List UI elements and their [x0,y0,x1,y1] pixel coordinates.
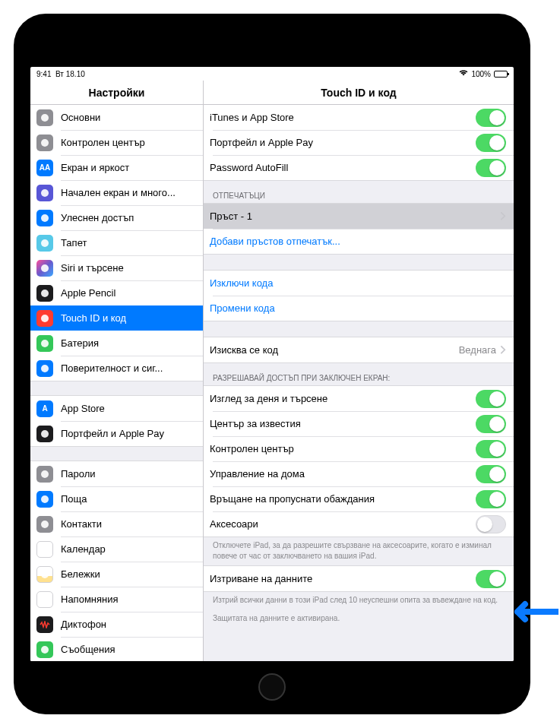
sidebar-item-label: Портфейл и Apple Pay [61,428,195,439]
sidebar-item-mail[interactable]: Поща [30,486,203,511]
svg-point-0 [41,114,49,122]
sidebar-item-app-store[interactable]: AApp Store [30,396,203,421]
use-touchid-wallet-pay-toggle[interactable] [476,134,506,152]
reminders-icon [36,591,53,608]
fingerprint-icon [36,310,53,327]
erase-footer-2: Защитата на данните е активирана. [204,610,514,628]
svg-point-5 [41,264,49,272]
screen: 9:41 Вт 18.10 100% Настройки Touch ID и … [30,67,514,661]
detail-pane[interactable]: iTunes и App StoreПортфейл и Apple PayPa… [204,105,514,661]
sidebar-item-label: Apple Pencil [61,287,195,299]
allow-locked-header: РАЗРЕШАВАЙ ДОСТЪП ПРИ ЗАКЛЮЧЕН ЕКРАН: [204,363,514,385]
battery-icon [494,71,508,78]
sidebar-item-label: Екран и яркост [61,162,195,173]
sidebar-item-home-screen[interactable]: Начален екран и много... [30,180,203,205]
erase-data-row: Изтриване на данните [204,566,514,591]
sidebar-item-general[interactable]: Основни [30,105,203,130]
svg-point-7 [41,315,49,322]
turn-passcode-off[interactable]: Изключи кода [204,271,514,296]
use-touchid-autofill: Password AutoFill [204,155,514,180]
row-label: Промени кода [210,302,506,314]
sidebar-item-voice-memos[interactable]: Диктофон [30,612,203,637]
sidebar-item-label: App Store [61,403,195,414]
sidebar-item-label: Улеснен достъп [61,212,195,223]
sidebar-item-reminders[interactable]: Напомняния [30,587,203,612]
row-label: Управление на дома [210,468,476,480]
sidebar-item-accessibility[interactable]: Улеснен достъп [30,205,203,230]
sidebar-item-siri[interactable]: Siri и търсене [30,255,203,280]
use-touchid-itunes: iTunes и App Store [204,105,514,130]
wallet-icon [36,426,53,442]
allow-locked-footer: Отключете iPad, за да разрешите свързван… [204,537,514,565]
svg-point-4 [41,239,49,247]
use-touchid-autofill-toggle[interactable] [476,159,506,177]
sidebar-item-battery[interactable]: Батерия [30,331,203,356]
svg-point-10 [41,430,49,438]
sidebar-item-messages[interactable]: Съобщения [30,637,203,661]
sidebar-item-label: Основни [61,112,195,123]
erase-data-toggle[interactable] [476,570,506,588]
sidebar-item-label: Контакти [61,518,195,530]
ipad-frame: 9:41 Вт 18.10 100% Настройки Touch ID и … [14,14,530,714]
row-label: Аксесоари [210,518,476,530]
wifi-icon [459,69,468,78]
sidebar-item-wallet[interactable]: Портфейл и Apple Pay [30,421,203,446]
status-bar: 9:41 Вт 18.10 100% [30,67,514,81]
allow-cc: Контролен център [204,436,514,461]
sidebar-item-apple-pencil[interactable]: Apple Pencil [30,280,203,305]
fingerprint-1[interactable]: Пръст - 1 [204,204,514,229]
row-label: Център за известия [210,418,476,429]
message-icon [36,641,53,658]
mail-icon [36,491,53,508]
svg-point-9 [41,365,49,372]
battery-icon [36,335,53,352]
allow-missed-toggle[interactable] [476,490,506,508]
siri-icon [36,260,53,277]
sidebar-title: Настройки [30,81,204,104]
sidebar-item-label: Пароли [61,468,195,480]
notes-icon [36,566,53,583]
svg-point-3 [41,214,49,222]
change-passcode[interactable]: Промени кода [204,296,514,321]
svg-point-8 [41,340,49,347]
person-icon [36,210,53,226]
sidebar-item-label: Диктофон [61,619,195,630]
row-label: Изключи кода [210,277,506,289]
svg-point-12 [41,495,49,503]
aa-icon: AA [36,160,53,176]
sidebar-item-display[interactable]: AAЕкран и яркост [30,155,203,180]
calendar-icon [36,541,53,558]
fingerprints-header: ОТПЕЧАТЪЦИ [204,181,514,203]
sidebar-item-touch-id[interactable]: Touch ID и код [30,305,203,331]
sidebar-item-label: Поверителност и сиг... [61,362,195,374]
allow-today-toggle[interactable] [476,390,506,408]
svg-point-11 [41,470,49,478]
sidebar-item-notes[interactable]: Бележки [30,562,203,587]
home-button[interactable] [258,673,286,701]
sidebar-item-label: Календар [61,543,195,555]
row-label: Пръст - 1 [210,210,501,222]
sidebar-item-label: Тапет [61,237,195,248]
sidebar-item-passwords[interactable]: Пароли [30,461,203,486]
sidebar-item-contacts[interactable]: Контакти [30,511,203,537]
add-fingerprint[interactable]: Добави пръстов отпечатък... [204,229,514,254]
sidebar-item-calendar[interactable]: Календар [30,537,203,562]
annotation-arrow [514,600,558,623]
svg-point-6 [41,290,49,297]
sidebar[interactable]: ОсновниКонтролен центърAAЕкран и яркостН… [30,105,204,661]
sidebar-item-control-center[interactable]: Контролен център [30,130,203,155]
sidebar-item-wallpaper[interactable]: Тапет [30,230,203,255]
use-touchid-wallet-pay: Портфейл и Apple Pay [204,130,514,155]
gear-icon [36,109,53,126]
allow-accessories: Аксесоари [204,511,514,537]
allow-home-ctrl-toggle[interactable] [476,465,506,483]
row-label: Изтриване на данните [210,573,476,584]
use-touchid-itunes-toggle[interactable] [476,109,506,127]
require-passcode[interactable]: Изисква се кодВеднага [204,337,514,362]
allow-notif-toggle[interactable] [476,415,506,433]
grid-icon [36,185,53,201]
allow-accessories-toggle[interactable] [476,515,506,533]
sidebar-item-privacy[interactable]: Поверителност и сиг... [30,356,203,381]
allow-cc-toggle[interactable] [476,440,506,458]
sidebar-item-label: Начален екран и много... [61,187,195,198]
